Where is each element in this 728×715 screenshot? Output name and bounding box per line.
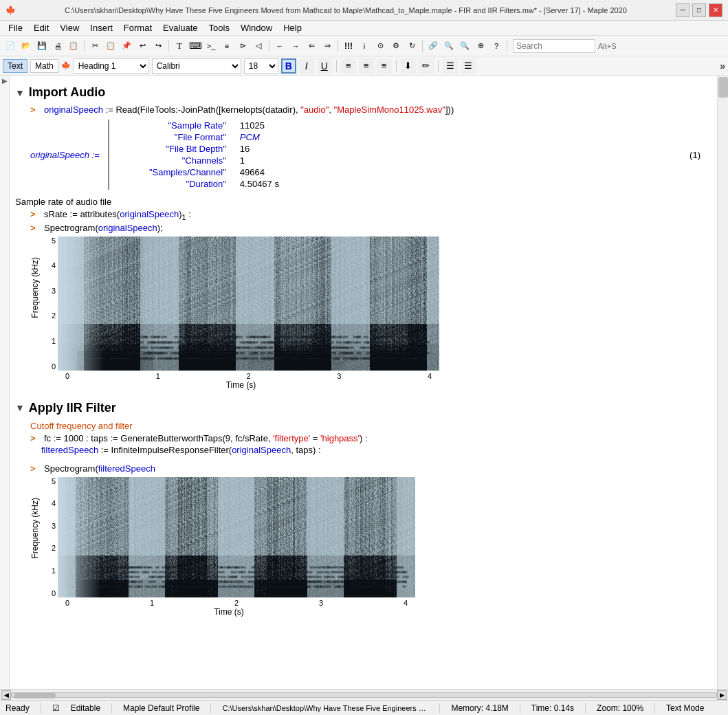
apply-iir-title: Apply IIR Filter [29,401,116,415]
collapse-triangle-import[interactable]: ▼ [15,87,25,98]
cut-button[interactable]: ✂ [87,38,102,54]
menu-insert[interactable]: Insert [85,21,118,34]
align-center-button[interactable]: ≡ [359,58,374,74]
print-button[interactable]: 🖨 [50,38,65,54]
maximize-button[interactable]: □ [692,3,706,17]
xtick2-3: 3 [319,599,323,607]
status-profile: Maple Default Profile [123,703,199,713]
sep5 [422,40,423,52]
right-scrollbar[interactable] [717,76,728,689]
zoom-out-btn[interactable]: 🔍 [457,38,472,54]
status-mode: Text Mode [666,703,704,713]
align-right-button[interactable]: ≡ [377,58,392,74]
menu-tools[interactable]: Tools [203,21,235,34]
iir-code-text-3[interactable]: Spectrogram(filteredSpeech [44,463,155,474]
close-button[interactable]: ✕ [709,3,723,17]
indent-button[interactable]: ⬇ [401,58,416,74]
sep2 [168,40,169,52]
math-btn3[interactable]: >_ [203,38,219,54]
status-sep-2 [111,703,112,713]
open-button[interactable]: 📂 [19,38,34,54]
minimize-button[interactable]: ─ [676,3,690,17]
bold-button[interactable]: B [281,58,296,74]
align-left-button[interactable]: ≡ [341,58,356,74]
new-button[interactable]: 📄 [3,38,18,54]
help-btn[interactable]: ? [489,38,504,54]
back-button[interactable]: ← [272,38,287,54]
exec3-btn[interactable]: ⊙ [373,38,388,54]
bottom-spacer [10,619,717,633]
ytick-4: 4 [43,261,56,270]
menu-edit[interactable]: Edit [28,21,54,34]
scroll-track[interactable] [11,692,717,698]
exec2-btn[interactable]: i [357,38,372,54]
list-button[interactable]: ☰ [443,58,458,74]
copy-button[interactable]: 📋 [103,38,118,54]
save-button[interactable]: 💾 [34,38,49,54]
iir-code-text-1[interactable]: fc := 1000 : taps := GenerateButterworth… [44,433,368,443]
h-scroll-thumb[interactable] [14,693,56,698]
menu-window[interactable]: Window [235,21,278,34]
style-dropdown[interactable]: Heading 1 [74,58,149,74]
eq-number: (1) [690,150,701,160]
undo-button[interactable]: ↩ [135,38,150,54]
menu-view[interactable]: View [54,21,85,34]
code-text-3[interactable]: Spectrogram(originalSpeech); [44,223,163,233]
menu-help[interactable]: Help [278,21,307,34]
zoom-in-btn[interactable]: 🔍 [441,38,456,54]
collapse-chevron[interactable]: » [720,60,725,72]
exec-btn[interactable]: !!! [341,38,356,54]
math-btn4[interactable]: ≡ [219,38,234,54]
nav4-button[interactable]: ⇒ [320,38,335,54]
status-sep-5 [520,703,520,713]
underline-button[interactable]: U [317,58,332,74]
exec4-btn[interactable]: ⚙ [388,38,404,54]
print2-button[interactable]: 📋 [66,38,81,54]
iir-code-line-2: filteredSpeech := InfiniteImpulseRespons… [10,444,717,456]
math-btn6[interactable]: ◁ [251,38,266,54]
highlight-button[interactable]: ✏ [419,58,434,74]
exec5-btn[interactable]: ↻ [404,38,419,54]
paste-button[interactable]: 📌 [119,38,134,54]
ytick-0: 0 [43,362,56,371]
forward-button[interactable]: → [288,38,303,54]
spectrogram-2-container: Frequency (kHz) 0 1 2 3 4 5 0 [10,474,717,619]
horizontal-scrollbar[interactable]: ◀ ▶ [0,689,728,700]
output-val-3: 1 [240,155,245,166]
code-text-1[interactable]: originalSpeech := Read(FileTools:-JoinPa… [44,104,454,115]
x-ticks-2: 0 1 2 3 4 [50,597,408,607]
size-dropdown[interactable]: 18 [244,58,278,74]
math-btn1[interactable]: T [172,38,187,54]
collapse-triangle-iir[interactable]: ▼ [15,402,25,413]
scroll-right-button[interactable]: ▶ [717,690,727,700]
scroll-thumb[interactable] [718,77,728,98]
math-toggle[interactable]: Math [30,59,58,73]
menu-file[interactable]: File [3,21,28,34]
scroll-left-button[interactable]: ◀ [1,690,11,700]
font-dropdown[interactable]: Calibri [152,58,241,74]
list2-button[interactable]: ☰ [461,58,476,74]
math-btn2[interactable]: ⌨ [188,38,203,54]
menu-format[interactable]: Format [118,21,157,34]
content-area[interactable]: ▼ Import Audio > originalSpeech := Read(… [10,76,717,689]
code-text-2[interactable]: sRate := attributes(originalSpeech)1 : [44,209,191,221]
zoom-custom-btn[interactable]: ⊕ [473,38,488,54]
italic-button[interactable]: I [299,58,314,74]
text-toggle[interactable]: Text [3,59,27,73]
xtick2-2: 2 [234,599,239,607]
sep-format3 [438,60,439,72]
spectrogram-1-canvas [58,236,439,371]
menu-evaluate[interactable]: Evaluate [157,21,203,34]
redo-button[interactable]: ↪ [151,38,166,54]
math-btn5[interactable]: ⊳ [235,38,250,54]
title-bar-controls[interactable]: ─ □ ✕ [676,3,723,17]
output-key-4: "Samples/Channel" [116,167,226,177]
nav3-button[interactable]: ⇐ [304,38,319,54]
output-table: "Sample Rate" 11025 "File Format" PCM "F… [108,120,279,190]
ytick-5: 5 [43,236,56,245]
search-input[interactable] [513,39,595,53]
output-area-1: originalSpeech := "Sample Rate" 11025 "F… [10,116,717,194]
output-row-3: "Channels" 1 [116,155,279,166]
iir-comment: Cutoff frequency and filter [10,419,717,432]
link-btn[interactable]: 🔗 [426,38,441,54]
